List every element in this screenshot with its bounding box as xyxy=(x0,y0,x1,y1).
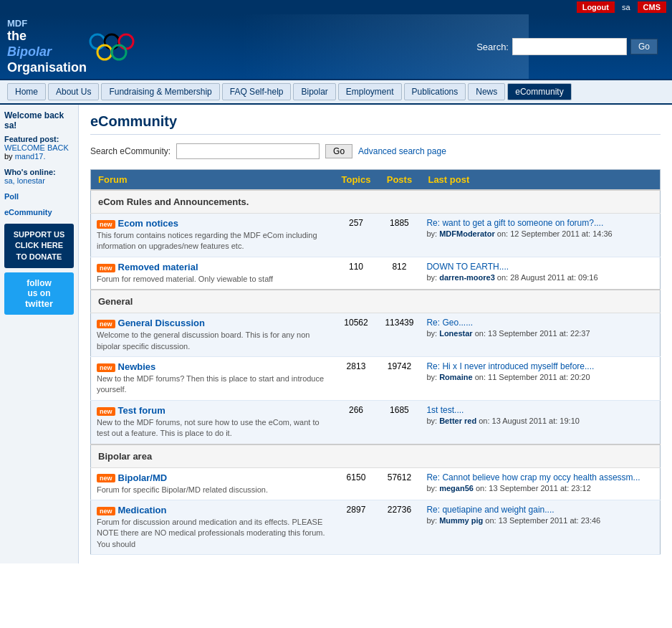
posts-count: 1685 xyxy=(378,400,421,444)
lastpost-cell: Re: want to get a gift to someone on for… xyxy=(421,214,660,257)
nav-publications[interactable]: Publications xyxy=(404,83,466,100)
section-title: Bipolar area xyxy=(91,444,661,468)
twitter-us-text: us on xyxy=(28,288,51,298)
twitter-name-text: twitter xyxy=(7,298,71,309)
logo-bipolar: Bipolar xyxy=(7,44,87,60)
svg-point-3 xyxy=(97,45,112,60)
table-row: newNewbies New to the MDF forums? Then t… xyxy=(91,356,661,400)
forum-name-cell: newNewbies New to the MDF forums? Then t… xyxy=(91,356,335,400)
forum-name-cell: newGeneral Discussion Welcome to the gen… xyxy=(91,313,335,357)
search-input[interactable] xyxy=(176,143,320,159)
forum-link[interactable]: Ecom notices xyxy=(118,218,179,229)
main-content: eCommunity Search eCommunity: Go Advance… xyxy=(79,105,672,563)
nav-news[interactable]: News xyxy=(468,83,505,100)
forum-link[interactable]: Test forum xyxy=(118,405,165,416)
lastpost-cell: Re: Cannot believe how crap my occy heal… xyxy=(421,467,660,500)
forum-desc: New to the MDF forums, not sure how to u… xyxy=(97,417,329,439)
ecommunity-sidebar-link[interactable]: eCommunity xyxy=(4,208,52,217)
poll-link[interactable]: Poll xyxy=(4,192,19,201)
table-row: newBipolar/MD Forum for specific Bipolar… xyxy=(91,467,661,500)
logo-org: Organisation xyxy=(7,60,87,76)
lastpost-link[interactable]: Re: Cannot believe how crap my occy heal… xyxy=(426,472,640,482)
section-header: General xyxy=(91,290,661,313)
lastpost-link[interactable]: Re: quetiapine and weight gain.... xyxy=(426,505,554,515)
forum-desc: Forum for removed material. Only viewabl… xyxy=(97,274,329,285)
main-nav: Home About Us Fundraising & Membership F… xyxy=(0,79,672,105)
lastpost-cell: DOWN TO EARTH.... by: darren-moore3 on: … xyxy=(421,257,660,290)
forum-name-cell: newTest forum New to the MDF forums, not… xyxy=(91,400,335,444)
featured-by: by xyxy=(4,152,13,161)
lastpost-link[interactable]: Re: want to get a gift to someone on for… xyxy=(426,218,603,228)
forum-link[interactable]: Bipolar/MD xyxy=(118,472,168,483)
topics-count: 266 xyxy=(335,400,378,444)
nav-about[interactable]: About Us xyxy=(48,83,99,100)
header-search-button[interactable]: Go xyxy=(630,39,658,54)
page-title: eCommunity xyxy=(90,113,661,135)
forum-name-cell: newRemoved material Forum for removed ma… xyxy=(91,257,335,290)
section-title: eCom Rules and Announcements. xyxy=(91,190,661,214)
new-badge: new xyxy=(97,507,115,515)
featured-post-link[interactable]: WELCOME BACK xyxy=(4,143,69,152)
forum-link[interactable]: Medication xyxy=(118,505,167,515)
forum-desc: New to the MDF forums? Then this is plac… xyxy=(97,374,329,396)
forum-name-cell: newMedication Forum for discussion aroun… xyxy=(91,500,335,554)
topics-count: 10562 xyxy=(335,313,378,357)
forum-link[interactable]: Newbies xyxy=(118,361,156,372)
nav-bipolar[interactable]: Bipolar xyxy=(293,83,335,100)
lastpost-by: by: darren-moore3 on: 28 August 2011 at:… xyxy=(426,273,654,282)
nav-fundraising[interactable]: Fundraising & Membership xyxy=(101,83,219,100)
nav-home[interactable]: Home xyxy=(7,83,46,100)
header-search-area: Search: Go xyxy=(476,38,658,55)
lastpost-by: by: Romaine on: 11 September 2011 at: 20… xyxy=(426,373,654,381)
lastpost-link[interactable]: 1st test.... xyxy=(426,405,464,415)
ecommunity-sidebar-section: eCommunity xyxy=(4,208,74,217)
posts-count: 1885 xyxy=(378,214,421,257)
lastpost-by: by: megan56 on: 13 September 2011 at: 23… xyxy=(426,484,654,493)
poll-section: Poll xyxy=(4,192,74,201)
nav-ecommunity[interactable]: eCommunity xyxy=(507,83,571,100)
logout-button[interactable]: Logout xyxy=(577,1,615,13)
section-title: General xyxy=(91,290,661,313)
posts-count: 19742 xyxy=(378,356,421,400)
search-bar: Search eCommunity: Go Advanced search pa… xyxy=(90,143,661,159)
header-search-input[interactable] xyxy=(512,38,627,55)
posts-count: 113439 xyxy=(378,313,421,357)
cms-button[interactable]: CMS xyxy=(638,1,666,13)
new-badge: new xyxy=(97,474,115,482)
whos-online-label: Who's online: xyxy=(4,168,56,176)
featured-user-link[interactable]: mand17. xyxy=(15,152,46,161)
online-users-link[interactable]: sa, lonestar xyxy=(4,176,45,185)
advanced-search-link[interactable]: Advanced search page xyxy=(358,146,446,156)
lastpost-link[interactable]: Re: Geo...... xyxy=(426,318,473,328)
lastpost-link[interactable]: Re: Hi x I never introduced myselff befo… xyxy=(426,361,594,371)
forum-link[interactable]: General Discussion xyxy=(118,318,205,328)
support-line3: TO DONATE xyxy=(7,252,71,262)
forum-desc: Welcome to the general discussion board.… xyxy=(97,330,329,352)
lastpost-by: by: Better red on: 13 August 2011 at: 19… xyxy=(426,417,654,425)
lastpost-by: by: MDFModerator on: 12 September 2011 a… xyxy=(426,229,654,238)
table-row: newEcom notices This forum contains noti… xyxy=(91,214,661,257)
topics-count: 6150 xyxy=(335,467,378,500)
main-layout: Welcome back sa! Featured post: WELCOME … xyxy=(0,105,672,563)
support-line1: SUPPORT US xyxy=(7,229,71,240)
nav-employment[interactable]: Employment xyxy=(338,83,402,100)
twitter-follow-text: follow xyxy=(27,278,52,288)
search-go-button[interactable]: Go xyxy=(325,144,352,158)
header-search-label: Search: xyxy=(476,42,509,52)
topics-count: 110 xyxy=(335,257,378,290)
twitter-follow-box[interactable]: follow us on twitter xyxy=(4,272,74,315)
forum-desc: Forum for discussion around medication a… xyxy=(97,517,329,550)
featured-label: Featured post: xyxy=(4,135,59,143)
forum-table: Forum Topics Posts Last post eCom Rules … xyxy=(90,169,661,555)
table-row: newRemoved material Forum for removed ma… xyxy=(91,257,661,290)
lastpost-cell: Re: Hi x I never introduced myselff befo… xyxy=(421,356,660,400)
forum-name-cell: newEcom notices This forum contains noti… xyxy=(91,214,335,257)
support-donate-box[interactable]: SUPPORT US CLICK HERE TO DONATE xyxy=(4,224,74,268)
svg-point-4 xyxy=(112,45,126,60)
posts-count: 57612 xyxy=(378,467,421,500)
forum-link[interactable]: Removed material xyxy=(118,262,198,272)
lastpost-link[interactable]: DOWN TO EARTH.... xyxy=(426,262,509,272)
nav-faq[interactable]: FAQ Self-help xyxy=(222,83,292,100)
logo-text: MDF the Bipolar Organisation xyxy=(7,18,87,75)
lastpost-cell: 1st test.... by: Better red on: 13 Augus… xyxy=(421,400,660,444)
